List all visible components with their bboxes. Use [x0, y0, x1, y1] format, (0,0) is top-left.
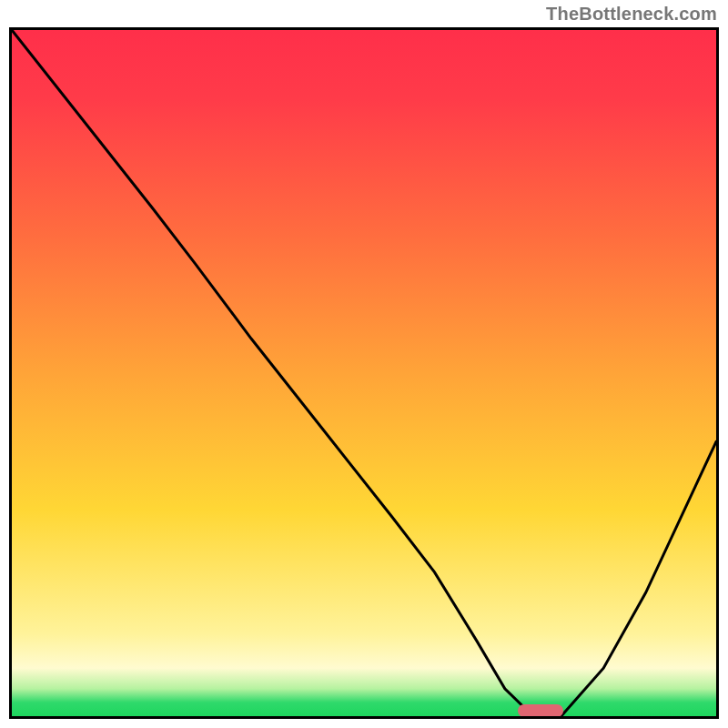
chart-container: TheBottleneck.com	[0, 0, 728, 728]
heat-gradient	[12, 30, 716, 716]
chart-frame	[9, 27, 719, 719]
watermark-text: TheBottleneck.com	[546, 4, 717, 25]
optimal-marker	[518, 704, 563, 717]
